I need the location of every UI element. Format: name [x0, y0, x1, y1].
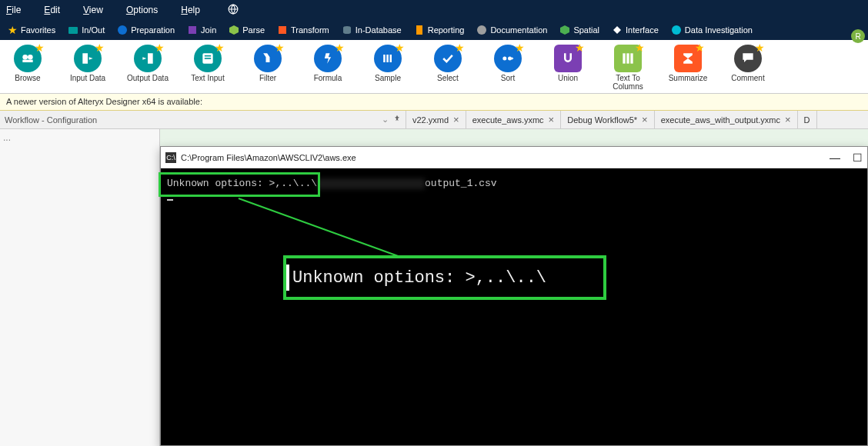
star-icon: ★	[635, 42, 645, 54]
update-notification: A newer version of Alteryx Designer x64 …	[0, 94, 868, 111]
svg-rect-28	[630, 53, 633, 63]
tool-summarize[interactable]: ★ Summarize	[666, 45, 709, 82]
tab-item[interactable]: execute_aws.yxmc ×	[466, 111, 562, 128]
tab-item[interactable]: D	[798, 111, 817, 128]
square-icon	[187, 25, 198, 35]
tool-label: Output Data	[127, 74, 169, 82]
tool-label: Filter	[259, 74, 276, 82]
cursor	[167, 199, 173, 201]
cat-preparation[interactable]: Preparation	[112, 23, 179, 37]
star-icon: ★	[35, 42, 45, 54]
tool-select[interactable]: ★ Select	[426, 45, 469, 82]
star-icon: ★	[8, 24, 18, 36]
window-controls: — ☐	[830, 151, 863, 164]
tool-label: Input Data	[70, 74, 105, 82]
cat-reporting[interactable]: Reporting	[409, 23, 469, 37]
category-toolbar: ★ Favorites In/Out Preparation Join Pars…	[0, 20, 868, 40]
tab-item[interactable]: v22.yxmd ×	[406, 111, 466, 128]
menu-file[interactable]: File	[6, 5, 21, 15]
tab-label: D	[804, 115, 810, 125]
svg-rect-27	[626, 53, 629, 63]
svg-marker-20	[263, 53, 272, 62]
globe-icon[interactable]	[228, 4, 239, 17]
tool-union[interactable]: ★ Union	[546, 45, 589, 82]
zoom-text: Unknown options: >,..\..\	[292, 268, 546, 288]
doc-icon	[414, 25, 425, 35]
lens-icon	[671, 25, 682, 35]
close-icon[interactable]: ×	[453, 114, 459, 125]
cat-documentation[interactable]: Documentation	[472, 23, 552, 37]
tab-item[interactable]: Debug Workflow5* ×	[561, 111, 655, 128]
tool-inputdata[interactable]: ★ Input Data	[66, 45, 109, 82]
svg-rect-1	[68, 27, 78, 34]
svg-point-24	[502, 57, 506, 61]
pin-icon[interactable]	[393, 115, 401, 125]
star-icon: ★	[455, 42, 465, 54]
menu-edit[interactable]: Edit	[44, 5, 60, 15]
svg-rect-19	[205, 58, 211, 59]
tool-label: Union	[558, 74, 578, 82]
cat-favorites[interactable]: ★ Favorites	[3, 22, 60, 38]
star-icon: ★	[215, 42, 225, 54]
cat-label: Transform	[291, 25, 329, 35]
mid-row: Workflow - Configuration ⌄ v22.yxmd × ex…	[0, 111, 868, 129]
cat-transform[interactable]: Transform	[272, 23, 334, 37]
tab-item[interactable]: execute_aws_with_output.yxmc ×	[655, 111, 798, 128]
cat-join[interactable]: Join	[182, 23, 221, 37]
cat-parse[interactable]: Parse	[224, 23, 269, 37]
svg-point-8	[343, 31, 351, 34]
tool-sample[interactable]: ★ Sample	[366, 45, 409, 82]
star-icon: ★	[695, 42, 705, 54]
tab-label: execute_aws_with_output.yxmc	[661, 115, 780, 125]
tool-label: Text To Columns	[606, 74, 649, 91]
tool-textinput[interactable]: ★ Text Input	[186, 45, 229, 82]
menu-help[interactable]: Help	[181, 5, 200, 15]
cat-spatial[interactable]: Spatial	[555, 23, 604, 37]
maximize-button[interactable]: ☐	[853, 151, 863, 164]
cat-label: Favorites	[21, 25, 55, 35]
config-placeholder: ...	[3, 132, 11, 143]
close-icon[interactable]: ×	[549, 114, 555, 125]
cmd-body[interactable]: Unknown options: >,..\..\xxxxxoutput_1.c…	[161, 168, 867, 445]
star-icon: ★	[395, 42, 405, 54]
dropdown-icon[interactable]: ⌄	[382, 115, 389, 125]
cat-inout[interactable]: In/Out	[63, 23, 109, 37]
cat-label: Data Investigation	[685, 25, 753, 35]
svg-marker-4	[229, 25, 239, 35]
svg-rect-18	[205, 55, 211, 57]
cat-label: Reporting	[428, 25, 465, 35]
tool-label: Sort	[501, 74, 515, 82]
menu-options[interactable]: Options	[126, 5, 158, 15]
svg-rect-5	[279, 26, 286, 34]
cmd-titlebar[interactable]: C:\ C:\Program Files\Amazon\AWSCLIV2\aws…	[161, 147, 867, 168]
tool-texttocolumns[interactable]: ★ Text To Columns	[606, 45, 649, 91]
tool-sort[interactable]: ★ Sort	[486, 45, 529, 82]
annotation-zoom-box: Unknown options: >,..\..\	[283, 255, 606, 300]
note-icon	[476, 25, 487, 35]
db-icon	[342, 25, 352, 35]
tool-ribbon: ★ Browse ★ Input Data ★ Output Data ★ Te…	[0, 40, 868, 94]
cat-label: Parse	[242, 25, 265, 35]
menu-view[interactable]: View	[83, 5, 103, 15]
tool-comment[interactable]: ★ Comment	[726, 45, 770, 82]
tool-filter[interactable]: ★ Filter	[246, 45, 289, 82]
tool-formula[interactable]: ★ Formula	[306, 45, 349, 82]
user-avatar[interactable]: R	[851, 29, 865, 43]
svg-rect-16	[22, 60, 32, 62]
minimize-button[interactable]: —	[830, 151, 840, 164]
tool-browse[interactable]: ★ Browse	[6, 45, 49, 82]
cat-datainvestigation[interactable]: Data Investigation	[666, 23, 757, 37]
tool-label: Browse	[15, 74, 40, 82]
menu-bar: File Edit View Options Help	[0, 0, 868, 20]
cat-indatabase[interactable]: In-Database	[337, 23, 406, 37]
close-icon[interactable]: ×	[642, 114, 648, 125]
cat-label: In/Out	[82, 25, 105, 35]
tool-label: Sample	[375, 74, 401, 82]
tool-outputdata[interactable]: ★ Output Data	[126, 45, 169, 82]
config-panel: ...	[0, 129, 160, 446]
close-icon[interactable]: ×	[785, 114, 791, 125]
svg-point-14	[22, 55, 28, 60]
svg-point-13	[672, 25, 681, 35]
cat-interface[interactable]: Interface	[607, 23, 663, 37]
svg-rect-21	[383, 55, 386, 62]
